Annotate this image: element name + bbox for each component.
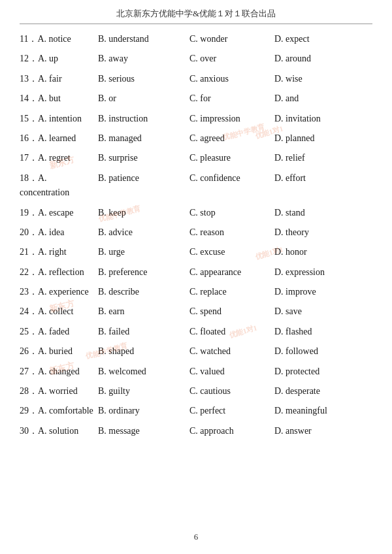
option-d: D. theory bbox=[274, 225, 372, 240]
page-footer: 6 bbox=[0, 532, 392, 542]
table-row: 11．A. noticeB. understandC. wonderD. exp… bbox=[20, 29, 372, 49]
option-a: 11．A. notice bbox=[20, 32, 98, 46]
table-row: 21．A. rightB. urgeC. excuseD. honor bbox=[20, 242, 372, 262]
option-c: C. watched bbox=[189, 344, 274, 359]
option-b: B. advice bbox=[98, 225, 189, 240]
option-c: C. replace bbox=[189, 285, 274, 299]
option-d: D. desperate bbox=[274, 384, 372, 399]
option-b: B. surprise bbox=[98, 151, 189, 165]
option-c: C. confidence bbox=[189, 171, 274, 186]
option-d: D. stand bbox=[274, 206, 372, 220]
option-b: B. serious bbox=[98, 72, 189, 86]
option-c: C. floated bbox=[189, 325, 274, 339]
table-row: 22．A. reflectionB. preferenceC. appearan… bbox=[20, 263, 372, 282]
option-c: C. perfect bbox=[189, 404, 274, 418]
option-c: C. wonder bbox=[189, 32, 274, 46]
table-row: 15．A. intentionB. instructionC. impressi… bbox=[20, 109, 372, 129]
option-d: D. effort bbox=[274, 171, 372, 186]
table-row: 28．A. worriedB. guiltyC. cautiousD. desp… bbox=[20, 382, 372, 401]
option-c: C. cautious bbox=[189, 384, 274, 399]
option-c: C. over bbox=[189, 52, 274, 66]
option-c: C. agreed bbox=[189, 131, 274, 146]
option-a: 18．A. concentration bbox=[20, 171, 98, 201]
option-a: 23．A. experience bbox=[20, 285, 98, 299]
option-d: D. followed bbox=[274, 344, 372, 359]
option-b: B. instruction bbox=[98, 112, 189, 126]
option-c: C. excuse bbox=[189, 245, 274, 259]
option-b: B. describe bbox=[98, 285, 189, 299]
option-a: 27．A. changed bbox=[20, 365, 98, 379]
option-a: 25．A. faded bbox=[20, 325, 98, 339]
option-d: D. relief bbox=[274, 151, 372, 165]
table-row: 27．A. changedB. welcomedC. valuedD. prot… bbox=[20, 362, 372, 382]
table-row: 17．A. regretB. surpriseC. pleasureD. rel… bbox=[20, 148, 372, 168]
option-b: B. urge bbox=[98, 245, 189, 259]
table-row: 29．A. comfortableB. ordinaryC. perfectD.… bbox=[20, 401, 372, 421]
option-d: D. honor bbox=[274, 245, 372, 259]
table-row: 30．A. solutionB. messageC. approachD. an… bbox=[20, 421, 372, 441]
option-a: 22．A. reflection bbox=[20, 265, 98, 280]
option-b: B. away bbox=[98, 52, 189, 66]
option-b: B. ordinary bbox=[98, 404, 189, 418]
table-row: 16．A. learnedB. managedC. agreedD. plann… bbox=[20, 129, 372, 148]
option-c: C. approach bbox=[189, 424, 274, 438]
table-row: 20．A. ideaB. adviceC. reasonD. theory bbox=[20, 223, 372, 242]
table-row: 12．A. upB. awayC. overD. around bbox=[20, 49, 372, 69]
option-c: C. anxious bbox=[189, 72, 274, 86]
option-d: D. protected bbox=[274, 365, 372, 379]
option-d: D. expect bbox=[274, 32, 372, 46]
main-content: 11．A. noticeB. understandC. wonderD. exp… bbox=[0, 24, 392, 441]
option-d: D. flashed bbox=[274, 325, 372, 339]
option-a: 14．A. but bbox=[20, 91, 98, 106]
option-b: B. preference bbox=[98, 265, 189, 280]
option-a: 24．A. collect bbox=[20, 304, 98, 319]
option-d: D. answer bbox=[274, 424, 372, 438]
option-a: 16．A. learned bbox=[20, 131, 98, 146]
option-a: 29．A. comfortable bbox=[20, 404, 98, 418]
option-a: 28．A. worried bbox=[20, 384, 98, 399]
option-d: D. expression bbox=[274, 265, 372, 280]
option-c: C. impression bbox=[189, 112, 274, 126]
table-row: 14．A. butB. orC. forD. and bbox=[20, 89, 372, 108]
option-d: D. and bbox=[274, 91, 372, 106]
table-row: 23．A. experienceB. describeC. replaceD. … bbox=[20, 282, 372, 302]
table-row: 19．A. escapeB. keepC. stopD. stand bbox=[20, 203, 372, 223]
option-a: 30．A. solution bbox=[20, 424, 98, 438]
option-a: 17．A. regret bbox=[20, 151, 98, 165]
option-b: B. guilty bbox=[98, 384, 189, 399]
option-b: B. or bbox=[98, 91, 189, 106]
option-c: C. appearance bbox=[189, 265, 274, 280]
option-c: C. stop bbox=[189, 206, 274, 220]
option-d: D. around bbox=[274, 52, 372, 66]
option-b: B. failed bbox=[98, 325, 189, 339]
option-b: B. understand bbox=[98, 32, 189, 46]
option-d: D. wise bbox=[274, 72, 372, 86]
table-row: 13．A. fairB. seriousC. anxiousD. wise bbox=[20, 69, 372, 89]
option-d: D. meaningful bbox=[274, 404, 372, 418]
option-b: B. managed bbox=[98, 131, 189, 146]
option-d: D. invitation bbox=[274, 112, 372, 126]
option-b: B. welcomed bbox=[98, 365, 189, 379]
option-c: C. spend bbox=[189, 304, 274, 319]
option-c: C. valued bbox=[189, 365, 274, 379]
option-c: C. pleasure bbox=[189, 151, 274, 165]
table-row: 26．A. buriedB. shapedC. watchedD. follow… bbox=[20, 342, 372, 361]
option-a: 15．A. intention bbox=[20, 112, 98, 126]
page-number: 6 bbox=[194, 532, 199, 542]
option-a: 21．A. right bbox=[20, 245, 98, 259]
option-a: 20．A. idea bbox=[20, 225, 98, 240]
option-b: B. patience bbox=[98, 171, 189, 186]
option-b: B. earn bbox=[98, 304, 189, 319]
option-c: C. reason bbox=[189, 225, 274, 240]
table-row: 25．A. fadedB. failedC. floatedD. flashed bbox=[20, 322, 372, 342]
option-d: D. save bbox=[274, 304, 372, 319]
option-b: B. keep bbox=[98, 206, 189, 220]
option-a: 19．A. escape bbox=[20, 206, 98, 220]
table-row: 18．A. concentrationB. patienceC. confide… bbox=[20, 169, 372, 203]
table-row: 24．A. collectB. earnC. spendD. save bbox=[20, 302, 372, 321]
option-b: B. message bbox=[98, 424, 189, 438]
option-a: 13．A. fair bbox=[20, 72, 98, 86]
header-title: 北京新东方优能中学&优能１对１联合出品 bbox=[116, 8, 276, 18]
page-header: 北京新东方优能中学&优能１对１联合出品 bbox=[20, 0, 372, 24]
option-b: B. shaped bbox=[98, 344, 189, 359]
